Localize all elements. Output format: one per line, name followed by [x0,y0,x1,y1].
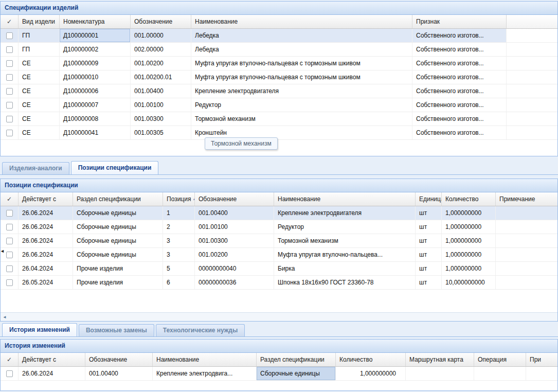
grid-cell [496,262,558,275]
grid-cell: 001.00100 [131,98,191,112]
column-header[interactable]: Позиция▲ [163,192,195,206]
tab-products-analogs[interactable]: Изделия-аналоги [2,162,69,174]
row-checkbox[interactable] [6,224,13,230]
row-checkbox[interactable] [6,265,13,272]
grid-cell: Лебедка [191,43,412,56]
grid-cell: Собственного изготов... [412,29,507,42]
scroll-left-icon[interactable]: ◄ [1,315,9,319]
row-checkbox[interactable] [6,32,13,39]
grid-row[interactable]: СЕД100000008001.00300Тормозной механизмС… [1,112,557,126]
grid-row[interactable]: 26.06.2024Сборочные единицы3001.00200Муф… [1,248,557,262]
grid-cell: 001.00400 [195,206,274,220]
grid-row[interactable]: СЕД100000041001.00305КронштейнСобственно… [1,126,557,140]
grid-empty-area [1,290,557,312]
grid-cell: 1,000000000 [442,220,496,234]
row-checkbox[interactable] [6,60,13,67]
row-checkbox[interactable] [6,116,13,122]
grid-cell: Прочие изделия [73,262,163,275]
column-header[interactable]: Обозначение [131,15,191,28]
column-header[interactable]: Наименование [191,15,412,28]
column-header[interactable]: Единица [416,192,442,206]
select-all-header[interactable]: ✓ [1,192,19,206]
grid-cell: Шпонка 18х16х90 ГОСТ 23360-78 [274,276,416,289]
tab-tech-needs[interactable]: Технологические нужды [156,324,245,336]
grid-row[interactable]: 26.05.2024Прочие изделия600000000036Шпон… [1,276,557,290]
grid-header-row: ✓Действует сОбозначениеНаименованиеРазде… [1,353,557,367]
grid-row[interactable]: 26.06.2024001.00400Крепление электродвиг… [1,367,557,381]
tab-possible-replacements[interactable]: Возможные замены [79,324,154,336]
column-header[interactable]: Раздел спецификации [73,192,163,206]
grid-cell: Крепление электродвигателя [191,84,412,98]
grid-cell: Собственного изготов... [412,112,507,126]
grid-cell: шт [416,234,442,247]
column-header[interactable]: Операция [474,353,526,366]
column-header[interactable]: Обозначение [85,353,153,366]
tab-spec-positions[interactable]: Позиции спецификации [71,161,159,174]
select-all-header[interactable]: ✓ [1,15,19,28]
column-header-label: Раздел спецификации [260,356,325,363]
grid-row[interactable]: ГПД100000002002.00000ЛебедкаСобственного… [1,43,557,57]
row-checkbox[interactable] [6,252,13,258]
checkbox-cell [1,276,19,289]
grid-cell [496,220,558,234]
grid-cell: Редуктор [191,98,412,112]
grid-row[interactable]: СЕД100000010001.00200.01Муфта упругая вт… [1,70,557,84]
splitter-collapse-icon[interactable]: ◄ [0,248,5,254]
horizontal-scrollbar[interactable]: ◄ [1,312,557,321]
column-header-label: Действует с [22,356,56,363]
row-checkbox[interactable] [6,210,13,217]
column-header[interactable]: Примечание [496,192,558,206]
grid-row[interactable]: СЕД100000006001.00400Крепление электродв… [1,84,557,98]
middle-tab-strip: Изделия-аналоги Позиции спецификации [0,161,558,175]
grid-cell: Сборочные единицы [73,220,163,234]
column-header[interactable]: Раздел спецификации [257,353,336,366]
grid-cell: Муфта упругая втулочно-пальцева... [274,248,416,261]
tab-change-history[interactable]: История изменений [2,323,77,336]
grid-row[interactable]: СЕД100000007001.00100РедукторСобственног… [1,98,557,112]
column-header-label: Количество [445,195,478,203]
row-checkbox[interactable] [6,279,13,286]
column-header-label: Раздел спецификации [77,195,141,203]
column-header[interactable]: Признак [412,15,507,28]
grid-row[interactable]: 26.04.2024Прочие изделия500000000040Бирк… [1,262,557,276]
grid-cell: Крепление электродвигателя [274,206,416,220]
row-filler [507,43,557,56]
checkbox-cell [1,126,19,139]
column-header[interactable]: Действует с [19,353,85,366]
grid-cell: 26.06.2024 [19,248,73,261]
row-checkbox[interactable] [6,130,13,136]
grid-cell: 26.05.2024 [19,276,73,289]
grid-row[interactable]: ГПД100000001001.00000ЛебедкаСобственного… [1,29,557,43]
grid-row[interactable]: 26.06.2024Сборочные единицы3001.00300Тор… [1,234,557,248]
grid-cell: Д100000009 [60,57,131,70]
grid-cell: 001.00200.01 [131,70,191,84]
row-checkbox[interactable] [6,74,13,81]
column-header[interactable]: При [526,353,558,366]
row-checkbox[interactable] [6,102,13,109]
column-header[interactable]: Количество [442,192,496,206]
column-header[interactable]: Количество [336,353,406,366]
grid-cell: Д100000002 [60,43,131,56]
column-header[interactable]: Обозначение [195,192,274,206]
column-header[interactable]: Номенклатура [60,15,131,28]
select-all-header[interactable]: ✓ [1,353,19,366]
grid-row[interactable]: 26.06.2024Сборочные единицы1001.00400Кре… [1,206,557,220]
column-header[interactable]: Маршрутная карта [406,353,474,366]
row-checkbox[interactable] [6,238,13,244]
column-header[interactable]: Действует с [19,192,73,206]
column-header[interactable]: Наименование [274,192,416,206]
grid-cell: ГП [19,29,60,42]
grid-body: 26.06.2024001.00400Крепление электродвиг… [1,367,557,381]
grid-row[interactable]: СЕД100000009001.00200Муфта упругая втуло… [1,57,557,70]
grid-cell: СЕ [19,126,60,139]
checkbox-cell [1,112,19,126]
row-checkbox[interactable] [6,370,13,377]
row-checkbox[interactable] [6,46,13,53]
grid-header-row: ✓Действует сРаздел спецификацииПозиция▲О… [1,192,557,206]
grid-cell: Муфта упругая втулочно-пальцевая с тормо… [191,70,412,84]
grid-row[interactable]: 26.06.2024Сборочные единицы2001.00100Ред… [1,220,557,234]
column-header[interactable]: Наименование [153,353,257,366]
column-header-label: Наименование [156,356,199,363]
column-header[interactable]: Вид издели [19,15,60,28]
row-checkbox[interactable] [6,88,13,95]
